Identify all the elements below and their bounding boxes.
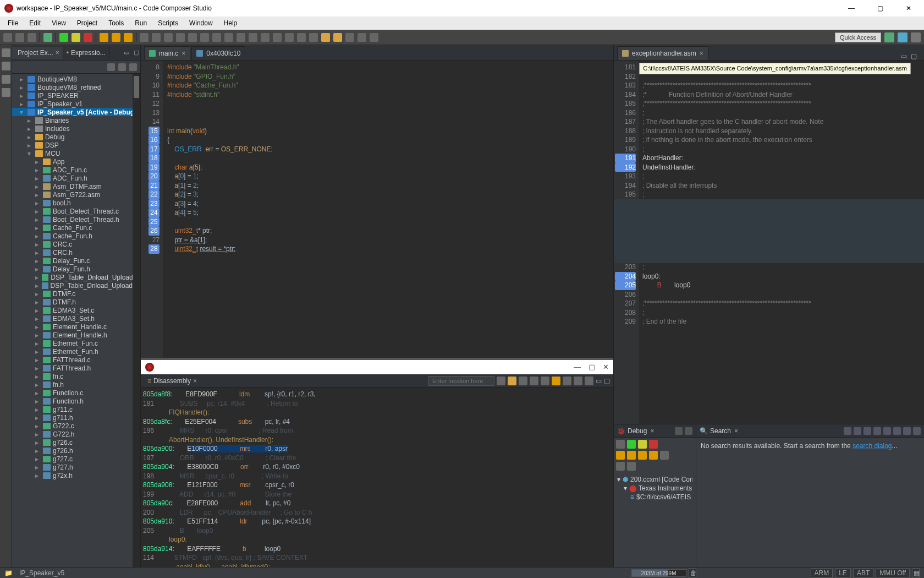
menu-run[interactable]: Run bbox=[130, 18, 151, 28]
tool-icon-10[interactable] bbox=[309, 33, 318, 42]
list-item[interactable]: ▸DTMF.c bbox=[12, 290, 140, 298]
search-tool-4[interactable] bbox=[873, 427, 881, 435]
list-item[interactable]: ▸Function.h bbox=[12, 397, 140, 405]
dis-tool-4[interactable] bbox=[563, 377, 571, 385]
close-button[interactable]: ✕ bbox=[898, 4, 920, 12]
quick-access-input[interactable]: Quick Access bbox=[835, 32, 881, 42]
list-item[interactable]: ▸fn.h bbox=[12, 380, 140, 389]
list-item[interactable]: ▸g726.c bbox=[12, 438, 140, 446]
list-item[interactable]: ▸Asm_DTMF.asm bbox=[12, 182, 140, 190]
project-tree[interactable]: ▸BoutiqueVM8 ▸BoutiqueVM8_refined ▸IP_SP… bbox=[12, 74, 140, 567]
step-into-icon[interactable] bbox=[616, 451, 625, 460]
list-item[interactable]: ▸Binaries bbox=[12, 116, 140, 124]
dis-tool-1[interactable] bbox=[519, 377, 527, 385]
list-item[interactable]: ▸Cache_Fun.h bbox=[12, 232, 140, 240]
list-item[interactable]: ▸FATThread.c bbox=[12, 356, 140, 364]
list-item[interactable]: ▸Delay_Fun.h bbox=[12, 265, 140, 273]
list-item[interactable]: ▸Element_Handle.h bbox=[12, 331, 140, 339]
step-return-icon[interactable] bbox=[124, 33, 133, 42]
menu-view[interactable]: View bbox=[47, 18, 70, 28]
resume-icon[interactable] bbox=[627, 440, 636, 449]
search-tool-2[interactable] bbox=[854, 427, 861, 435]
minimize-pane-icon[interactable] bbox=[675, 427, 683, 435]
home-icon[interactable] bbox=[508, 377, 516, 385]
list-item[interactable]: ▸EDMA3_Set.h bbox=[12, 314, 140, 323]
restart-icon[interactable] bbox=[140, 33, 148, 42]
list-item[interactable]: ▸g726.h bbox=[12, 446, 140, 455]
step-over-icon[interactable] bbox=[627, 451, 636, 460]
scrollbar[interactable] bbox=[133, 74, 140, 567]
maximize-button[interactable]: ▢ bbox=[869, 4, 891, 12]
close-icon[interactable]: × bbox=[193, 377, 197, 385]
list-item[interactable]: ▸DSP_Table_Dnload_Upload.h bbox=[12, 281, 140, 290]
list-item[interactable]: ▸g727.c bbox=[12, 455, 140, 463]
search-icon[interactable] bbox=[370, 33, 378, 42]
list-item[interactable]: ▸CRC.h bbox=[12, 248, 140, 257]
maximize-pane-icon[interactable] bbox=[685, 427, 692, 435]
list-item[interactable]: ▸Ethernet_Fun.h bbox=[12, 347, 140, 356]
tab-project-explorer[interactable]: Project Ex... × bbox=[12, 47, 63, 59]
list-item[interactable]: ▸g711.c bbox=[12, 405, 140, 413]
maximize-pane-icon[interactable] bbox=[913, 427, 921, 435]
gc-icon[interactable]: 🗑 bbox=[689, 568, 696, 578]
rail-icon-3[interactable] bbox=[2, 75, 10, 84]
list-item[interactable]: ▸fn.c bbox=[12, 372, 140, 380]
list-item[interactable]: ▸CRC.c bbox=[12, 240, 140, 248]
debug-tool-2[interactable] bbox=[627, 462, 636, 471]
perspective-debug-icon[interactable] bbox=[898, 32, 908, 42]
list-item[interactable]: ▸DTMF.h bbox=[12, 298, 140, 306]
perspective-ccs-icon[interactable] bbox=[884, 32, 894, 42]
close-icon[interactable]: × bbox=[56, 49, 59, 57]
list-item[interactable]: ▸g72x.h bbox=[12, 471, 140, 479]
menu-window[interactable]: Window bbox=[185, 18, 217, 28]
tool-icon-11[interactable] bbox=[345, 33, 354, 42]
status-extra-icon[interactable]: ▦ bbox=[912, 568, 920, 578]
list-item[interactable]: ▸Delay_Fun.c bbox=[12, 257, 140, 265]
list-item[interactable]: ▾MCU bbox=[12, 149, 140, 157]
float-minimize[interactable]: — bbox=[574, 363, 581, 371]
maximize-pane-icon[interactable]: ▢ bbox=[133, 49, 140, 57]
code-editor[interactable]: 8910111213141516171819202122232425262728… bbox=[141, 61, 613, 358]
resume-icon[interactable] bbox=[59, 33, 68, 42]
rail-icon-1[interactable] bbox=[2, 48, 10, 57]
dis-tool-5[interactable] bbox=[574, 377, 582, 385]
list-item[interactable]: ▸IP_SPEAKER bbox=[12, 91, 140, 100]
close-icon[interactable]: × bbox=[734, 427, 738, 435]
list-item[interactable]: ▸DSP_Table_Dnload_Upload.c bbox=[12, 273, 140, 281]
tool-icon[interactable] bbox=[200, 33, 209, 42]
disassembly-body[interactable]: 805da8f8: E8FD900F ldm sp!, {r0, r1, r2,… bbox=[141, 388, 613, 567]
connect-icon[interactable] bbox=[176, 33, 185, 42]
list-item[interactable]: ▸bool.h bbox=[12, 199, 140, 207]
refresh-icon[interactable] bbox=[164, 33, 173, 42]
step-asm-icon[interactable] bbox=[649, 451, 658, 460]
search-dialog-link[interactable]: search dialog bbox=[853, 442, 892, 450]
pause-icon[interactable] bbox=[72, 33, 80, 42]
menu-project[interactable]: Project bbox=[73, 18, 102, 28]
list-item[interactable]: ▸Debug bbox=[12, 133, 140, 141]
tool-icon-7[interactable] bbox=[273, 33, 282, 42]
list-item[interactable]: ▸BoutiqueVM8_refined bbox=[12, 83, 140, 91]
asm-editor[interactable]: C:\ti\ccsv8\ATEIS AM335X\Source Code\sys… bbox=[614, 61, 924, 424]
go-icon[interactable] bbox=[497, 377, 505, 385]
list-item-active-project[interactable]: ▾IP_Speaker_v5 [Active - Debug] bbox=[12, 108, 140, 116]
list-item[interactable]: ▸FATThread.h bbox=[12, 364, 140, 372]
line-gutter[interactable]: 8910111213141516171819202122232425262728 bbox=[141, 61, 163, 358]
step-over-icon[interactable] bbox=[112, 33, 120, 42]
float-window-titlebar[interactable]: — ▢ ✕ bbox=[141, 360, 613, 374]
list-item[interactable]: ▸Asm_G722.asm bbox=[12, 190, 140, 199]
list-item[interactable]: ▸App bbox=[12, 157, 140, 166]
menu-tools[interactable]: Tools bbox=[104, 18, 128, 28]
heap-indicator[interactable]: 203M of 299M bbox=[631, 569, 686, 577]
menu-scripts[interactable]: Scripts bbox=[153, 18, 183, 28]
list-item[interactable]: ▸g727.h bbox=[12, 463, 140, 471]
maximize-pane-icon[interactable]: ▢ bbox=[604, 377, 610, 385]
menu-edit[interactable]: Edit bbox=[25, 18, 45, 28]
search-tool-6[interactable] bbox=[893, 427, 901, 435]
list-item[interactable]: ▸IP_Speaker_v1 bbox=[12, 100, 140, 108]
restart-icon[interactable] bbox=[660, 451, 669, 460]
minimize-pane-icon[interactable]: ▭ bbox=[123, 49, 130, 57]
tool-icon-2[interactable] bbox=[212, 33, 221, 42]
back-icon[interactable] bbox=[321, 33, 330, 42]
list-item[interactable]: ▸Includes bbox=[12, 124, 140, 133]
link-editor-icon[interactable] bbox=[118, 63, 126, 71]
